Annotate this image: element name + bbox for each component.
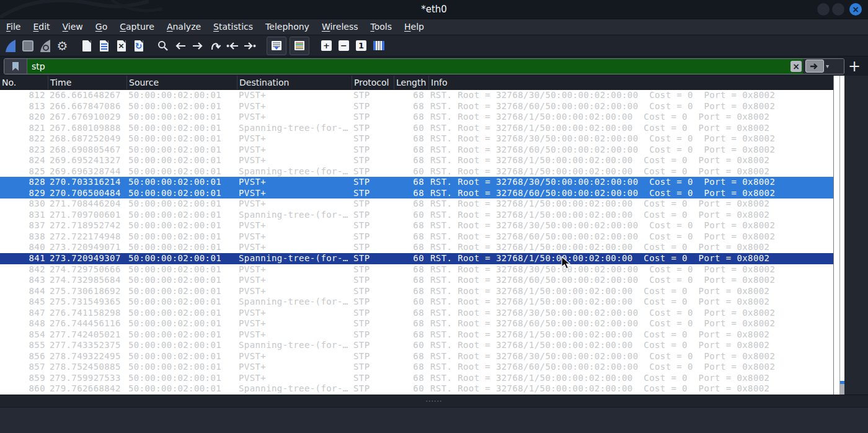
menu-telephony[interactable]: Telephony bbox=[259, 19, 316, 35]
packet-row-857[interactable]: 857278.75245088550:00:00:02:00:01PVST+ST… bbox=[0, 362, 833, 373]
close-file-icon[interactable]: × bbox=[114, 38, 128, 54]
packet-row-855[interactable]: 855277.74335237550:00:00:02:00:01Spannin… bbox=[0, 340, 833, 351]
cell-time: 275.730618692 bbox=[48, 286, 127, 297]
cell-protocol: STP bbox=[352, 177, 394, 188]
find-packet-icon[interactable] bbox=[156, 38, 170, 54]
go-last-packet-icon[interactable] bbox=[242, 38, 257, 54]
cell-no: 840 bbox=[0, 242, 48, 253]
packet-row-859[interactable]: 859279.75992753350:00:00:02:00:01PVST+ST… bbox=[0, 373, 833, 384]
go-back-icon[interactable] bbox=[173, 38, 187, 54]
cell-length: 68 bbox=[394, 351, 429, 362]
column-header-length[interactable]: Length bbox=[394, 76, 429, 89]
packet-row-843[interactable]: 843274.73298568450:00:00:02:00:01PVST+ST… bbox=[0, 275, 833, 286]
normal-size-icon[interactable]: 1 bbox=[354, 38, 368, 54]
packet-row-812[interactable]: 812266.66164826750:00:00:02:00:01PVST+ST… bbox=[0, 90, 833, 101]
splitter-handle-dots[interactable]: ······ bbox=[426, 400, 443, 403]
column-header-source[interactable]: Source bbox=[127, 76, 237, 89]
packet-row-838[interactable]: 838272.72217494850:00:00:02:00:01PVST+ST… bbox=[0, 231, 833, 243]
resize-columns-icon[interactable] bbox=[371, 38, 386, 54]
menu-capture[interactable]: Capture bbox=[113, 19, 161, 35]
cell-time: 277.742405021 bbox=[48, 329, 127, 341]
menu-edit[interactable]: Edit bbox=[27, 19, 56, 35]
vertical-scrollbar[interactable] bbox=[833, 76, 844, 395]
go-to-packet-icon[interactable] bbox=[208, 38, 222, 54]
packet-row-854[interactable]: 854277.74240502150:00:00:02:00:01PVST+ST… bbox=[0, 329, 833, 341]
cell-source: 50:00:00:02:00:01 bbox=[127, 318, 237, 329]
cell-source: 50:00:00:02:00:01 bbox=[127, 145, 237, 156]
pane-splitter[interactable]: ······ bbox=[0, 395, 868, 408]
cell-destination: PVST+ bbox=[237, 275, 352, 286]
packet-row-841[interactable]: 841273.72094930750:00:00:02:00:01Spannin… bbox=[0, 253, 833, 264]
packet-row-837[interactable]: 837272.71895274250:00:00:02:00:01PVST+ST… bbox=[0, 220, 833, 231]
filter-bookmark-button[interactable] bbox=[4, 59, 27, 74]
packet-row-848[interactable]: 848276.74445611650:00:00:02:00:01PVST+ST… bbox=[0, 318, 833, 329]
add-filter-button-plus[interactable]: + bbox=[844, 58, 864, 74]
column-header-protocol[interactable]: Protocol bbox=[352, 76, 394, 89]
cell-destination: PVST+ bbox=[237, 362, 352, 373]
packet-row-824[interactable]: 824269.69524132750:00:00:02:00:01PVST+ST… bbox=[0, 155, 833, 166]
packet-list[interactable]: 812266.66164826750:00:00:02:00:01PVST+ST… bbox=[0, 90, 833, 395]
filter-dropdown-caret-icon[interactable]: ▾ bbox=[826, 63, 829, 69]
go-first-packet-icon[interactable] bbox=[225, 38, 239, 54]
reload-file-icon[interactable]: ↻ bbox=[131, 38, 146, 54]
go-forward-icon[interactable] bbox=[190, 38, 205, 54]
menu-tools[interactable]: Tools bbox=[364, 19, 398, 35]
maximize-button[interactable] bbox=[832, 3, 844, 16]
display-filter-input[interactable]: stp bbox=[27, 59, 789, 74]
stop-capture-icon[interactable] bbox=[20, 38, 35, 54]
capture-group: ⚙ bbox=[3, 38, 69, 54]
packet-row-847[interactable]: 847276.74115829850:00:00:02:00:01PVST+ST… bbox=[0, 308, 833, 319]
view-group bbox=[267, 37, 309, 55]
packet-row-813[interactable]: 813266.66784708650:00:00:02:00:01PVST+ST… bbox=[0, 101, 833, 112]
packet-row-844[interactable]: 844275.73061869250:00:00:02:00:01PVST+ST… bbox=[0, 286, 833, 297]
cell-source: 50:00:00:02:00:01 bbox=[127, 112, 237, 123]
zoom-out-icon[interactable]: − bbox=[337, 38, 351, 54]
menu-help[interactable]: Help bbox=[398, 19, 430, 35]
display-filter-field[interactable]: stp × ▾ bbox=[4, 58, 844, 74]
packet-row-822[interactable]: 822268.68725204950:00:00:02:00:01PVST+ST… bbox=[0, 133, 833, 145]
packet-row-823[interactable]: 823268.69080546750:00:00:02:00:01PVST+ST… bbox=[0, 145, 833, 156]
packet-row-840[interactable]: 840273.72094907150:00:00:02:00:01PVST+ST… bbox=[0, 242, 833, 253]
filter-clear-button[interactable]: × bbox=[789, 59, 803, 74]
zoom-in-icon[interactable]: + bbox=[319, 38, 334, 54]
packet-row-825[interactable]: 825269.69632874450:00:00:02:00:01Spannin… bbox=[0, 166, 833, 177]
minimize-button[interactable] bbox=[817, 3, 830, 16]
restart-capture-icon[interactable] bbox=[38, 38, 52, 54]
colorize-packets-icon[interactable] bbox=[290, 37, 309, 55]
packet-row-856[interactable]: 856278.74932249550:00:00:02:00:01PVST+ST… bbox=[0, 351, 833, 362]
menu-analyze[interactable]: Analyze bbox=[161, 19, 207, 35]
cell-length: 60 bbox=[394, 123, 429, 134]
menu-view[interactable]: View bbox=[56, 19, 89, 35]
packet-row-831[interactable]: 831271.70970060150:00:00:02:00:01Spannin… bbox=[0, 210, 833, 221]
menu-file[interactable]: File bbox=[0, 19, 27, 35]
cell-info: RST. Root = 32768/30/50:00:00:02:00:00 C… bbox=[429, 133, 833, 145]
cell-protocol: STP bbox=[352, 362, 394, 373]
column-header-no[interactable]: No. bbox=[0, 76, 48, 89]
column-header-info[interactable]: Info bbox=[429, 76, 833, 89]
cell-protocol: STP bbox=[352, 220, 394, 231]
cell-info: RST. Root = 32768/30/50:00:00:02:00:00 C… bbox=[429, 308, 833, 319]
packet-row-829[interactable]: 829270.70650048450:00:00:02:00:01PVST+ST… bbox=[0, 188, 833, 199]
packet-row-830[interactable]: 830271.70844620450:00:00:02:00:01PVST+ST… bbox=[0, 199, 833, 210]
packet-details-pane-collapsed bbox=[0, 407, 868, 433]
menu-wireless[interactable]: Wireless bbox=[316, 19, 365, 35]
apply-filter-button[interactable] bbox=[805, 60, 824, 73]
capture-options-icon[interactable]: ⚙ bbox=[55, 38, 69, 54]
cell-info: RST. Root = 32768/1/50:00:00:02:00:00 Co… bbox=[429, 340, 833, 351]
close-button[interactable]: × bbox=[849, 3, 862, 16]
column-header-destination[interactable]: Destination bbox=[237, 76, 352, 89]
packet-row-845[interactable]: 845275.73154936550:00:00:02:00:01Spannin… bbox=[0, 297, 833, 308]
packet-row-860[interactable]: 860279.76266884250:00:00:02:00:01Spannin… bbox=[0, 383, 833, 395]
save-file-icon[interactable] bbox=[97, 38, 111, 54]
start-capture-icon[interactable] bbox=[3, 38, 17, 54]
cell-protocol: STP bbox=[352, 242, 394, 253]
packet-row-842[interactable]: 842274.72975066650:00:00:02:00:01PVST+ST… bbox=[0, 264, 833, 275]
auto-scroll-icon[interactable] bbox=[267, 37, 286, 55]
menu-go[interactable]: Go bbox=[89, 19, 113, 35]
packet-row-821[interactable]: 821267.68010988850:00:00:02:00:01Spannin… bbox=[0, 123, 833, 134]
packet-row-820[interactable]: 820267.67691002950:00:00:02:00:01PVST+ST… bbox=[0, 112, 833, 123]
menu-statistics[interactable]: Statistics bbox=[207, 19, 259, 35]
column-header-time[interactable]: Time bbox=[48, 76, 127, 89]
packet-row-828[interactable]: 828270.70331621450:00:00:02:00:01PVST+ST… bbox=[0, 177, 833, 188]
open-file-icon[interactable] bbox=[79, 38, 94, 54]
